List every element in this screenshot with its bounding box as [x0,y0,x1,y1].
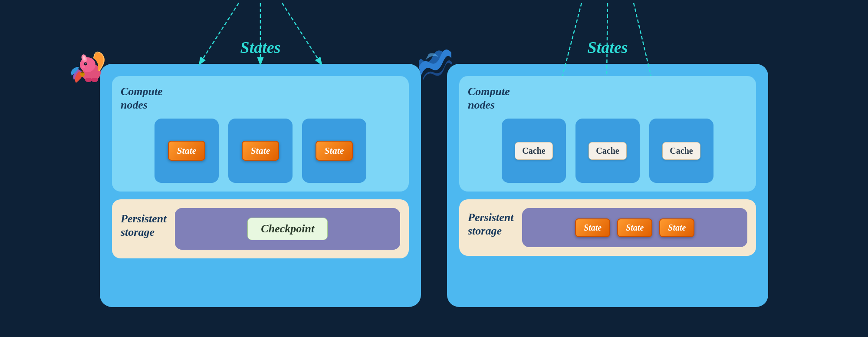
diagram1: Computenodes State State State Persisten… [100,64,421,307]
diagram2-states-label: States [588,38,628,57]
diagram2-storage-state-2: State [617,218,652,237]
diagram1-storage-inner: Checkpoint [175,208,400,250]
diagram2-node-2: Cache [575,119,640,183]
diagram2-node2-cache: Cache [589,142,626,160]
diagram2-nodes-row: Cache Cache Cache [468,119,747,183]
diagram1-node2-state: State [242,141,279,161]
diagram1-compute-label: Computenodes [121,85,400,112]
diagram1-node3-state: State [316,141,352,161]
svg-point-4 [84,63,87,66]
diagram2-logo [417,47,456,94]
diagram2-storage-states-row: State State State [575,218,694,237]
diagram2-wrapper: States [447,60,768,307]
svg-rect-10 [81,72,84,73]
svg-point-5 [85,63,86,64]
diagram2-storage-state-3: State [659,218,694,237]
diagram1-logo [69,47,108,94]
diagram2-node-1: Cache [502,119,566,183]
diagram1-storage-label: Persistentstorage [121,212,166,239]
svg-line-12 [200,3,239,64]
diagram2-compute-section: Computenodes Cache Cache Cache [459,76,756,192]
diagram2-node3-cache: Cache [662,142,700,160]
diagram2-storage-inner: State State State [522,208,747,247]
svg-point-7 [85,78,92,82]
diagram2-node-3: Cache [649,119,713,183]
diagram1-node-3: State [302,119,366,183]
diagrams-container: States [82,13,786,324]
svg-point-6 [82,66,85,68]
diagram2-storage-label: Persistentstorage [468,211,513,238]
diagram2-compute-label: Computenodes [468,85,747,112]
diagram1-node-1: State [155,119,219,183]
diagram2-storage-state-1: State [575,218,610,237]
diagram1-node-2: State [228,119,293,183]
diagram1-states-label: States [240,38,281,57]
svg-line-14 [282,3,321,64]
svg-point-8 [91,78,98,82]
diagram1-storage-section: Persistentstorage Checkpoint [112,199,409,258]
diagram1-node1-state: State [168,141,205,161]
diagram1-compute-section: Computenodes State State State [112,76,409,192]
diagram2: Computenodes Cache Cache Cache Persisten… [447,64,768,307]
diagram2-storage-section: Persistentstorage State State State [459,199,756,256]
diagram1-wrapper: States [100,60,421,307]
diagram1-checkpoint: Checkpoint [247,218,328,240]
diagram2-node1-cache: Cache [515,142,552,160]
diagram1-nodes-row: State State State [121,119,400,183]
